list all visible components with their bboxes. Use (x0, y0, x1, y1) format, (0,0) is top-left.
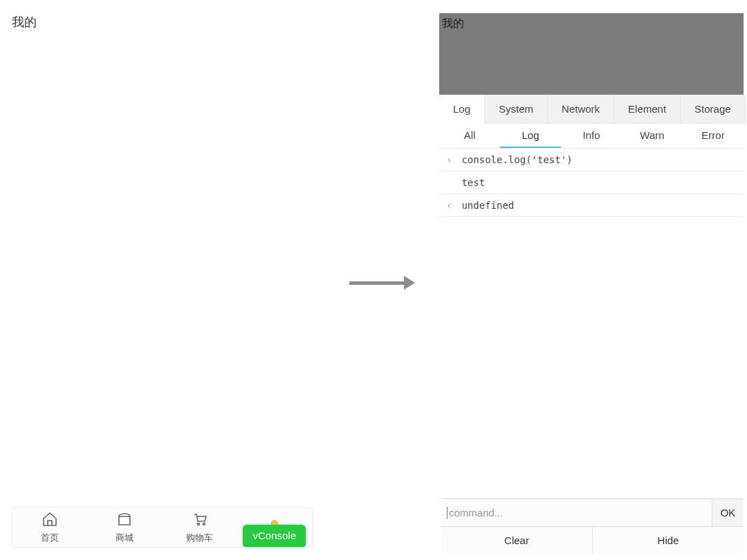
subtab-info[interactable]: Info (561, 124, 622, 148)
vconsole-main-tabs: Log System Network Element Storage (439, 95, 744, 124)
command-bar: command... OK (441, 498, 744, 526)
log-text: undefined (461, 200, 514, 211)
store-icon (116, 511, 133, 530)
svg-point-0 (197, 523, 199, 525)
home-icon (42, 511, 58, 530)
subtab-warn[interactable]: Warn (622, 124, 683, 148)
nav-label: 商城 (116, 532, 133, 544)
log-row: ‹ undefined (439, 194, 744, 217)
ok-button[interactable]: OK (712, 499, 744, 526)
log-row: test (439, 171, 744, 194)
right-phone-state: 我的 Log System Network Element Storage Al… (439, 13, 744, 554)
tab-log[interactable]: Log (439, 95, 485, 124)
subtab-error[interactable]: Error (683, 124, 744, 148)
hide-button[interactable]: Hide (593, 527, 744, 554)
bottom-nav-bar: 首页 商城 购物车 (12, 507, 313, 548)
command-placeholder: command... (449, 507, 503, 519)
console-action-bar: Clear Hide (441, 526, 744, 554)
log-row: › console.log('test') (439, 149, 744, 171)
left-phone-state: 我的 首页 商城 (0, 0, 315, 553)
nav-item-mall[interactable]: 商城 (87, 511, 162, 544)
tab-element[interactable]: Element (614, 95, 681, 123)
nav-item-cart[interactable]: 购物车 (163, 511, 237, 544)
vconsole-button[interactable]: vConsole (243, 525, 306, 547)
tab-system[interactable]: System (485, 95, 548, 123)
command-input[interactable]: command... (441, 499, 712, 526)
log-marker: ‹ (446, 200, 456, 211)
subtab-log[interactable]: Log (500, 124, 561, 148)
log-marker: › (446, 154, 456, 165)
tab-network[interactable]: Network (548, 95, 614, 123)
transition-arrow (349, 275, 415, 290)
arrow-head-icon (404, 276, 415, 290)
clear-button[interactable]: Clear (441, 527, 593, 554)
svg-point-1 (203, 523, 205, 525)
tab-storage[interactable]: Storage (681, 95, 746, 123)
log-text: test (461, 177, 485, 188)
log-output: › console.log('test') test ‹ undefined (439, 149, 744, 217)
nav-label: 购物车 (186, 532, 213, 544)
log-text: console.log('test') (461, 154, 572, 165)
page-title: 我的 (12, 14, 37, 30)
right-header: 我的 (439, 13, 744, 95)
text-caret-icon (447, 507, 448, 519)
arrow-line (349, 281, 404, 285)
nav-item-home[interactable]: 首页 (12, 511, 87, 544)
page-title: 我的 (442, 17, 464, 31)
vconsole-sub-tabs: All Log Info Warn Error (439, 124, 744, 149)
nav-label: 首页 (41, 532, 59, 544)
cart-icon (192, 511, 208, 530)
subtab-all[interactable]: All (439, 124, 500, 148)
